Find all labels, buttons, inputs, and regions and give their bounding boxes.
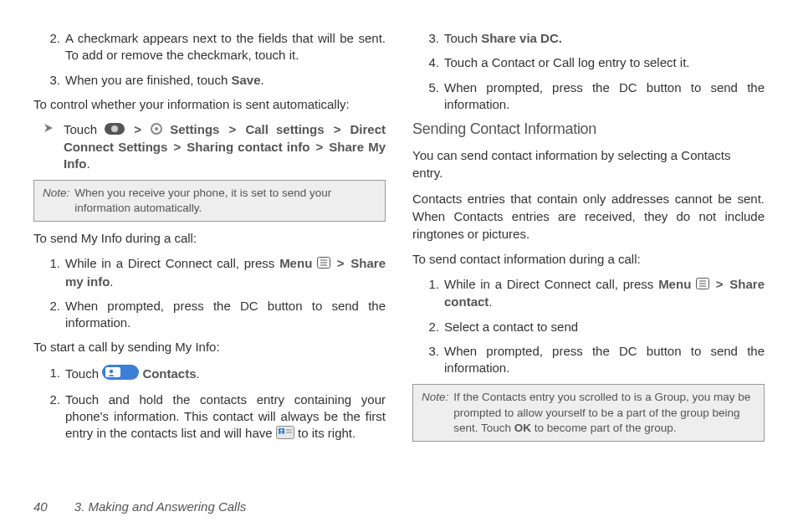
text: to become part of the group.: [531, 422, 676, 434]
list-item: 2. A checkmark appears next to the field…: [43, 30, 386, 64]
bold-text: OK: [514, 422, 531, 434]
intro-text: To send contact information during a cal…: [412, 251, 765, 268]
bullet-item: Touch > Settings > Call settings > Direc…: [43, 121, 386, 173]
list-text: While in a Direct Connect call, press Me…: [444, 276, 765, 310]
list-item: 2. Touch and hold the contacts entry con…: [43, 391, 386, 443]
text: While in a Direct Connect call, press: [444, 277, 658, 291]
section-heading: Sending Contact Information: [412, 120, 765, 138]
note-label: Note:: [43, 186, 74, 216]
list-text: Select a contact to send: [444, 319, 765, 335]
bullet-text: Touch > Settings > Call settings > Direc…: [64, 121, 386, 173]
text: .: [489, 294, 492, 309]
list-number: 1.: [422, 276, 439, 310]
note-box: Note: When you receive your phone, it is…: [33, 180, 386, 222]
list-number: 3.: [422, 30, 439, 47]
text: Touch: [444, 31, 481, 45]
list-item: 3. Touch Share via DC.: [422, 30, 765, 47]
list-text: Touch Contacts.: [65, 365, 386, 384]
intro-text: To control whether your information is s…: [33, 96, 386, 113]
svg-point-4: [155, 127, 158, 130]
list-text: Touch a Contact or Call log entry to sel…: [444, 54, 765, 71]
note-box: Note: If the Contacts entry you scrolled…: [412, 384, 765, 442]
chevron-right-icon: >: [171, 140, 182, 154]
note-text: When you receive your phone, it is set t…: [74, 186, 376, 216]
intro-text: To start a call by sending My Info:: [33, 339, 386, 356]
bold-text: Contacts: [142, 366, 196, 380]
list-item: 3. When you are finished, touch Save.: [43, 72, 386, 89]
svg-point-2: [111, 125, 118, 132]
list-number: 2.: [43, 298, 60, 332]
list-item: 5. When prompted, press the DC button to…: [422, 79, 765, 114]
right-column: 3. Touch Share via DC. 4. Touch a Contac…: [412, 30, 765, 451]
list-item: 1. While in a Direct Connect call, press…: [422, 276, 765, 310]
text: While in a Direct Connect call, press: [65, 256, 279, 270]
bold-text: Save: [231, 73, 260, 87]
text: .: [110, 274, 113, 289]
menu-key-icon: [696, 277, 709, 294]
paragraph: You can send contact information by sele…: [412, 146, 765, 182]
bold-text: Call settings: [245, 122, 324, 136]
list-number: 2.: [422, 319, 439, 335]
list-text: When prompted, press the DC button to se…: [444, 79, 765, 114]
page-footer: 40 3. Making and Answering Calls: [33, 499, 246, 514]
chevron-right-icon: >: [714, 277, 725, 291]
bold-text: Settings: [170, 122, 219, 136]
settings-gear-icon: [151, 122, 162, 139]
contact-card-icon: [276, 426, 294, 443]
page-number: 40: [33, 499, 48, 514]
contacts-app-icon: [102, 365, 139, 384]
text: to its right.: [298, 426, 356, 440]
list-item: 2. When prompted, press the DC button to…: [43, 298, 386, 332]
svg-point-11: [110, 369, 113, 372]
paragraph: Contacts entries that contain only addre…: [412, 190, 765, 243]
list-text: When you are finished, touch Save.: [65, 72, 386, 89]
list-number: 5.: [422, 79, 439, 114]
text: Touch: [65, 366, 102, 380]
bold-text: Menu: [279, 256, 312, 270]
list-number: 1.: [43, 255, 60, 289]
bold-text: Sharing contact info: [187, 140, 309, 154]
page-body: 2. A checkmark appears next to the field…: [0, 0, 798, 468]
left-column: 2. A checkmark appears next to the field…: [33, 30, 386, 451]
list-number: 3.: [43, 72, 60, 89]
chevron-right-icon: >: [335, 256, 346, 270]
list-text: Touch Share via DC.: [444, 30, 765, 47]
text: Touch: [64, 122, 105, 136]
text: .: [197, 366, 200, 380]
chevron-right-icon: >: [228, 122, 238, 136]
text: .: [87, 156, 90, 171]
list-text: While in a Direct Connect call, press Me…: [65, 255, 386, 289]
bold-text: Menu: [658, 277, 691, 291]
svg-marker-0: [44, 124, 53, 132]
bold-text: Share via DC.: [481, 31, 562, 45]
list-item: 1. Touch Contacts.: [43, 365, 386, 384]
note-label: Note:: [422, 390, 453, 436]
list-text: When prompted, press the DC button to se…: [65, 298, 386, 332]
bullet-arrow-icon: [43, 121, 59, 173]
note-text: If the Contacts entry you scrolled to is…: [453, 390, 755, 436]
text: .: [261, 73, 264, 87]
chevron-right-icon: >: [314, 140, 325, 154]
list-text: Touch and hold the contacts entry contai…: [65, 391, 386, 443]
list-item: 1. While in a Direct Connect call, press…: [43, 255, 386, 289]
list-item: 4. Touch a Contact or Call log entry to …: [422, 54, 765, 71]
text: When you are finished, touch: [65, 73, 231, 87]
list-item: 2. Select a contact to send: [422, 319, 765, 335]
home-icon: [105, 122, 125, 139]
list-text: When prompted, press the DC button to se…: [444, 343, 765, 377]
menu-key-icon: [317, 256, 330, 273]
list-number: 4.: [422, 54, 439, 71]
list-text: A checkmark appears next to the fields t…: [65, 30, 386, 64]
list-number: 3.: [422, 343, 439, 377]
svg-point-14: [280, 429, 283, 432]
list-number: 2.: [43, 30, 60, 64]
list-number: 2.: [43, 391, 60, 443]
chevron-right-icon: >: [332, 122, 343, 136]
list-number: 1.: [43, 365, 60, 384]
list-item: 3. When prompted, press the DC button to…: [422, 343, 765, 377]
chapter-title: 3. Making and Answering Calls: [74, 499, 246, 514]
intro-text: To send My Info during a call:: [33, 230, 386, 247]
chevron-right-icon: >: [132, 122, 143, 136]
